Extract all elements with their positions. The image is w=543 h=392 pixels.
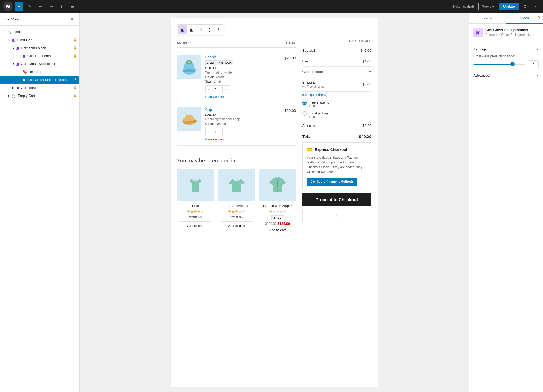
settings-chevron-icon: ▲ — [536, 48, 539, 51]
cart-icon: 🛒 — [7, 30, 12, 34]
sidebar-item-label: Heading — [28, 70, 77, 74]
redo-button[interactable]: ↪ — [47, 2, 55, 11]
hoodie-sale-price: $125.00 — [277, 222, 290, 226]
sidebar-item-filled-cart[interactable]: ▾ ▣ Filled Cart 🔒 — [0, 36, 79, 44]
proceed-to-checkout-button[interactable]: Proceed to Checkout — [302, 193, 371, 206]
cap-qty-increase[interactable]: + — [223, 128, 230, 136]
sidebar-item-empty-cart[interactable]: ▶ 🛒 Empty Cart 🔒 — [0, 92, 79, 100]
more-dots-icon[interactable]: ⋮ — [73, 77, 77, 82]
cap-qty-decrease[interactable]: − — [206, 128, 213, 136]
sidebar-item-cart-items-block[interactable]: ▾ ▣ Cart Items block 🔒 — [0, 44, 79, 52]
sidebar-item-label: Filled Cart — [17, 38, 72, 42]
beanie-remove-link[interactable]: Remove item — [205, 95, 280, 99]
cap-remove-link[interactable]: Remove item — [205, 137, 280, 141]
update-button[interactable]: Update — [499, 3, 519, 10]
toolbar-block-type-button[interactable]: ▣ — [178, 25, 187, 34]
shipping-via: via Free shipping — [302, 85, 325, 88]
product-card-hoodie: Hoodie with Zipper ★★★★★ SALE $250.00 $1… — [259, 169, 296, 237]
toolbar-more-button[interactable]: ⋮ — [214, 25, 223, 34]
list-view-button[interactable]: ☰ — [68, 2, 76, 11]
block-desc: Shows the Cross-Sells products. — [485, 33, 531, 37]
add-block-button-canvas[interactable]: + — [302, 210, 371, 222]
toggle-icon[interactable]: ▾ — [6, 37, 12, 42]
polo-add-cart-button[interactable]: Add to cart — [180, 221, 211, 230]
toggle-icon[interactable]: ▾ — [11, 45, 16, 50]
local-pickup-option[interactable]: Local pickup $2.00 — [302, 110, 371, 120]
svg-rect-8 — [193, 120, 196, 122]
sidebar-item-cart-crosssells-block[interactable]: ▾ ▣ Cart Cross-Sells block — [0, 60, 79, 68]
beanie-total: $20.00 — [285, 55, 296, 99]
add-block-button[interactable]: ＋ — [15, 2, 23, 11]
cap-qty-input[interactable] — [213, 128, 223, 136]
wp-logo-icon[interactable]: W — [3, 2, 13, 11]
topbar: W ＋ ✎ ↩ ↪ ℹ ☰ Switch to draft Preview Up… — [0, 0, 543, 13]
toggle-icon[interactable]: ▾ — [2, 29, 7, 35]
beanie-qty-decrease[interactable]: − — [206, 86, 213, 93]
sidebar-title: List View — [4, 17, 19, 21]
tab-page[interactable]: Page — [469, 13, 506, 23]
details-button[interactable]: ℹ — [57, 2, 66, 11]
toggle-icon[interactable]: ▶ — [6, 93, 12, 98]
cart-item-beanie: Beanie 2 LEFT IN STOCK $10.00 Warm hat f… — [177, 51, 296, 103]
toolbar-align-button[interactable]: ▣ — [187, 25, 196, 34]
panel-close-button[interactable]: ✕ — [537, 15, 541, 20]
toolbar-drag-button[interactable]: ⠿ — [196, 25, 205, 34]
sidebar-header: List View ✕ — [0, 13, 79, 26]
toolbar-move-up-button[interactable]: ▲▼ — [205, 25, 214, 34]
sidebar-item-crosssells-products[interactable]: ▣ Cart Cross-Sells products ⋮ — [0, 76, 79, 84]
local-pickup-radio[interactable] — [302, 111, 307, 116]
configure-payment-button[interactable]: Configure Payment Methods — [307, 178, 358, 186]
free-shipping-radio[interactable] — [302, 101, 307, 105]
lock-icon: 🔒 — [73, 54, 77, 58]
cart-totals-section: CART TOTALS Subtotal $40.00 Fee $1.00 Co… — [302, 39, 371, 237]
free-shipping-option[interactable]: Free shipping $0.00 — [302, 99, 371, 110]
shipping-value: $0.00 — [363, 82, 371, 86]
sidebar-item-cart-totals[interactable]: ▶ ▣ Cart Totals 🔒 — [0, 84, 79, 92]
undo-button[interactable]: ↩ — [36, 2, 45, 11]
beanie-color: Color: Yellow — [205, 75, 280, 79]
beanie-qty-input[interactable] — [213, 86, 223, 93]
empty-cart-icon: 🛒 — [12, 93, 16, 98]
toggle-icon[interactable]: ▶ — [11, 85, 16, 90]
more-options-button[interactable]: ⋮ — [531, 2, 540, 11]
product-column-label: PRODUCT — [177, 41, 193, 45]
preview-button[interactable]: Preview — [478, 3, 497, 10]
panel-tabs: Page Block ✕ — [469, 13, 543, 24]
settings-icon-button[interactable]: ⚙ — [521, 2, 529, 11]
crosssells-slider[interactable] — [473, 64, 525, 65]
total-row: Total $49.20 — [302, 131, 371, 142]
sidebar-item-cart-line-items[interactable]: ▣ Cart Line Items 🔒 — [0, 52, 79, 60]
cap-qty-control: − + — [205, 128, 230, 136]
panel-body: ▣ Cart Cross-Sells products Shows the Cr… — [469, 24, 543, 392]
sidebar-item-label: Cart Line Items — [27, 54, 72, 58]
sidebar-item-cart[interactable]: ▾ 🛒 Cart — [0, 28, 79, 36]
switch-to-draft-button[interactable]: Switch to draft — [450, 5, 476, 8]
longsleeve-name: Long Sleeve Tee — [221, 204, 252, 208]
coupon-row[interactable]: Coupon code ∨ — [302, 67, 371, 77]
beanie-name-link[interactable]: Beanie — [205, 55, 280, 59]
advanced-section-header[interactable]: Advanced ▼ — [473, 74, 539, 77]
edit-tool-button[interactable]: ✎ — [25, 2, 34, 11]
beanie-price: $10.00 — [205, 66, 280, 70]
settings-header[interactable]: Settings ▲ — [473, 47, 539, 51]
svg-point-12 — [277, 185, 278, 186]
hoodie-add-cart-button[interactable]: Add to cart — [262, 226, 293, 234]
crosssells-products-icon: ▣ — [22, 77, 26, 82]
free-shipping-price: $0.00 — [309, 104, 330, 108]
slider-thumb[interactable] — [510, 62, 515, 66]
sidebar-item-heading[interactable]: 🔖 Heading — [0, 68, 79, 76]
crosssells-section: You may be interested in… — [177, 152, 296, 237]
change-address-link[interactable]: (change address) — [302, 93, 327, 97]
toggle-icon[interactable]: ▾ — [11, 61, 16, 66]
product-card-polo: Polo ★★★★☆ $200.00 Add to cart — [177, 169, 214, 237]
cap-name-link[interactable]: Cap — [205, 107, 280, 112]
sidebar-item-label: Cart — [14, 30, 77, 34]
sales-tax-value: $8.20 — [363, 124, 371, 128]
cap-desc: Lightweight baseball cap — [205, 117, 280, 121]
sidebar: List View ✕ ▾ 🛒 Cart ▾ ▣ Filled Cart 🔒 ▾… — [0, 13, 80, 392]
longsleeve-add-cart-button[interactable]: Add to cart — [221, 221, 252, 230]
cap-color: Color: Orange — [205, 122, 280, 126]
cart-layout: PRODUCT TOTAL — [177, 39, 371, 237]
sidebar-close-button[interactable]: ✕ — [69, 16, 75, 22]
beanie-qty-increase[interactable]: + — [223, 86, 230, 93]
